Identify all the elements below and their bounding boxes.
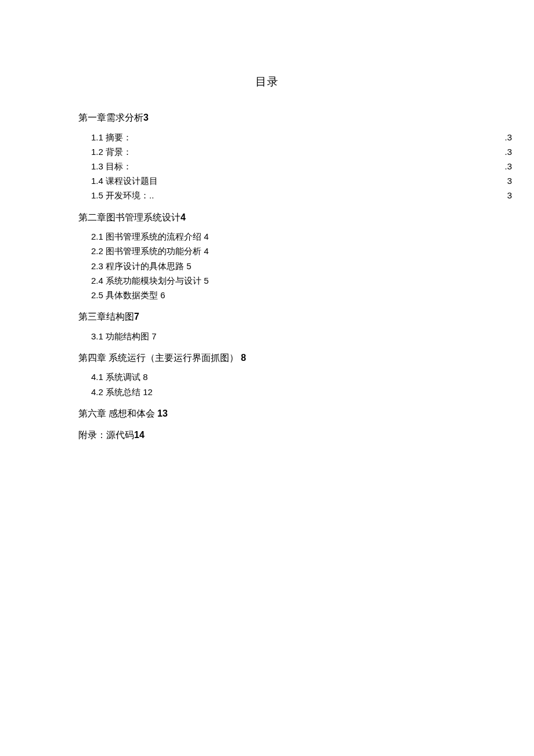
toc-item: 2.4 系统功能模块划分与设计 5 <box>91 273 512 288</box>
toc-sublist: 2.1 图书管理系统的流程介绍 4 2.2 图书管理系统的功能分析 4 2.3 … <box>78 229 512 302</box>
toc-item: 1.1 摘要：.3 <box>91 130 512 144</box>
toc-item: 2.1 图书管理系统的流程介绍 4 <box>91 229 512 244</box>
toc-item: 1.2 背景：.3 <box>91 144 512 159</box>
chapter-heading: 附录：源代码 <box>78 430 134 440</box>
toc-item: 4.1 系统调试 8 <box>91 370 512 384</box>
toc-item: 1.3 目标：.3 <box>91 159 512 173</box>
toc-item: 1.4 课程设计题目3 <box>91 173 512 188</box>
toc-item-label: 2.4 系统功能模块划分与设计 5 <box>91 273 209 288</box>
chapter-heading: 第四章 系统运行（主要运行界面抓图） <box>78 353 241 363</box>
toc-item-label: 2.2 图书管理系统的功能分析 4 <box>91 244 209 258</box>
toc-chapter: 第一章需求分析3 <box>78 110 512 125</box>
chapter-heading: 第六章 感想和体会 <box>78 408 157 418</box>
chapter-page: 4 <box>181 212 186 222</box>
toc-item-page: .3 <box>504 130 512 144</box>
toc-sublist: 3.1 功能结构图 7 <box>78 329 512 343</box>
toc-item-page: 3 <box>507 188 512 202</box>
chapter-page: 8 <box>241 353 246 363</box>
toc-item: 3.1 功能结构图 7 <box>91 329 512 343</box>
toc-item-label: 1.4 课程设计题目 <box>91 173 158 188</box>
chapter-heading: 第一章需求分析 <box>78 113 143 122</box>
toc-item-page: .3 <box>504 144 512 159</box>
toc-item: 2.5 具体数据类型 6 <box>91 288 512 302</box>
toc-sublist: 4.1 系统调试 8 4.2 系统总结 12 <box>78 370 512 399</box>
chapter-page: 14 <box>134 430 145 440</box>
toc-item: 4.2 系统总结 12 <box>91 385 512 399</box>
toc-item-label: 4.2 系统总结 12 <box>91 385 153 399</box>
toc-item: 2.2 图书管理系统的功能分析 4 <box>91 244 512 258</box>
toc-item-label: 2.3 程序设计的具体思路 5 <box>91 259 192 273</box>
toc-chapter: 第四章 系统运行（主要运行界面抓图） 8 <box>78 350 512 366</box>
toc-item-page: .3 <box>504 159 512 173</box>
toc-chapter: 第六章 感想和体会 13 <box>78 406 512 421</box>
chapter-heading: 第三章结构图 <box>78 312 134 321</box>
toc-item-label: 1.1 摘要： <box>91 130 132 144</box>
toc-sublist: 1.1 摘要：.3 1.2 背景：.3 1.3 目标：.3 1.4 课程设计题目… <box>78 130 512 203</box>
toc-item-label: 1.5 开发环境：.. <box>91 188 154 202</box>
toc-chapter: 第二章图书管理系统设计4 <box>78 210 512 225</box>
toc-item-label: 2.5 具体数据类型 6 <box>91 288 165 302</box>
toc-item: 2.3 程序设计的具体思路 5 <box>91 259 512 273</box>
toc-chapter: 第三章结构图7 <box>78 309 512 324</box>
toc-item-label: 1.3 目标： <box>91 159 132 173</box>
chapter-heading: 第二章图书管理系统设计 <box>78 212 181 222</box>
toc-item-label: 2.1 图书管理系统的流程介绍 4 <box>91 229 209 244</box>
chapter-page: 13 <box>157 408 168 418</box>
toc-item-label: 1.2 背景： <box>91 144 132 159</box>
chapter-page: 3 <box>143 113 149 122</box>
toc-chapter: 附录：源代码14 <box>78 428 512 443</box>
toc-item: 1.5 开发环境：..3 <box>91 188 512 202</box>
toc-item-label: 4.1 系统调试 8 <box>91 370 148 384</box>
toc-item-page: 3 <box>507 173 512 188</box>
page-title: 目录 <box>0 74 534 89</box>
toc-item-label: 3.1 功能结构图 7 <box>91 329 157 343</box>
toc-content: 第一章需求分析3 1.1 摘要：.3 1.2 背景：.3 1.3 目标：.3 1… <box>0 110 534 443</box>
chapter-page: 7 <box>134 312 139 321</box>
